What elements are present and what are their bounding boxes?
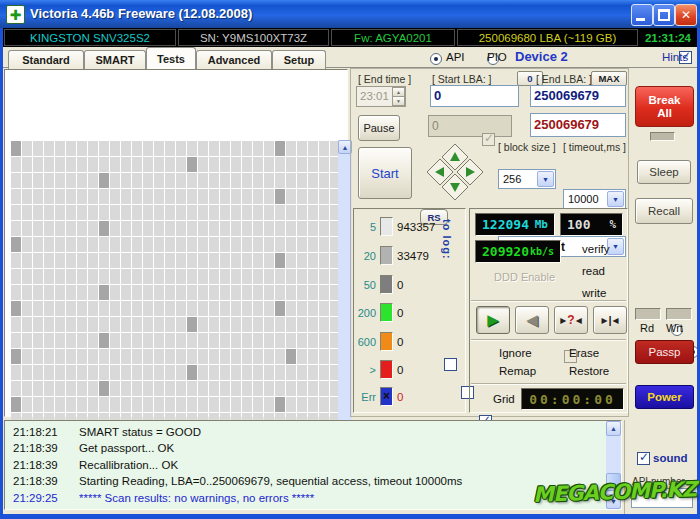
grid-cell: [11, 141, 21, 156]
tab-standard[interactable]: Standard: [8, 50, 84, 69]
chevron-down-icon[interactable]: ▼: [537, 171, 554, 187]
max-button[interactable]: MAX: [591, 71, 627, 86]
grid-cell: [55, 189, 65, 204]
grid-cell: [66, 189, 76, 204]
grid-cell: [66, 381, 76, 396]
drive-status-bar: KINGSTON SNV325S2 SN: Y9MS100XT73Z Fw: A…: [3, 28, 697, 47]
grid-cell: [132, 381, 142, 396]
grid-cell: [99, 253, 109, 268]
grid-cell: [242, 157, 252, 172]
timeout-select[interactable]: 10000 ▼: [563, 189, 626, 209]
grid-cell: [110, 221, 120, 236]
tab-advanced[interactable]: Advanced: [196, 50, 272, 69]
grid-cell: [110, 317, 120, 332]
start-lba-input[interactable]: 0: [430, 85, 519, 107]
verify-radio-label: verify: [582, 243, 609, 255]
grid-cell: [253, 381, 263, 396]
grid-cell: [77, 237, 87, 252]
grid-cell: [209, 269, 219, 284]
break-all-label: Break All: [645, 94, 685, 120]
grid-cell: [198, 333, 208, 348]
sound-checkbox[interactable]: [637, 452, 650, 465]
grid-cell: [275, 253, 285, 268]
log-panel[interactable]: 21:18:21SMART status = GOOD 21:18:39Get …: [4, 420, 622, 510]
grid-cell: [77, 333, 87, 348]
chevron-down-icon[interactable]: ▼: [607, 191, 624, 207]
tab-tests[interactable]: Tests: [146, 47, 196, 69]
stat-block: [380, 275, 393, 294]
grid-cell: [264, 157, 274, 172]
play-button[interactable]: ▶: [476, 306, 510, 334]
api-radio[interactable]: [430, 53, 442, 65]
close-button[interactable]: ✕: [675, 4, 697, 26]
grid-cell: [11, 269, 21, 284]
end-lba-input[interactable]: 250069679: [530, 85, 626, 107]
pause-button[interactable]: Pause: [358, 115, 400, 141]
grid-cell: [132, 205, 142, 220]
device-label[interactable]: Device 2: [515, 49, 568, 64]
back-button[interactable]: ◀: [515, 306, 549, 334]
grid-cell: [242, 349, 252, 364]
stat-count: 0: [397, 364, 403, 376]
grid-cell: [88, 285, 98, 300]
grid-cell: [121, 317, 131, 332]
grid-cell: [209, 317, 219, 332]
grid-cell: [242, 269, 252, 284]
scroll-up-icon[interactable]: ▲: [606, 421, 621, 436]
log-line: 21:29:25***** Scan results: no warnings,…: [5, 490, 621, 506]
grid-cell: [209, 157, 219, 172]
grid-cell: [319, 189, 329, 204]
seek-end-button[interactable]: ▸ | ◂: [593, 306, 627, 334]
passport-button[interactable]: Passp: [635, 340, 694, 364]
seek-error-button[interactable]: ▸ ? ◂: [554, 306, 588, 334]
remain-lba-value: 250069679: [534, 117, 599, 132]
stat-log-checkbox[interactable]: [444, 358, 457, 371]
grid-cell: [33, 349, 43, 364]
break-all-button[interactable]: Break All: [635, 86, 694, 127]
grid-cell: [33, 333, 43, 348]
diamond-navigator[interactable]: [424, 141, 486, 203]
grid-cell: [308, 205, 318, 220]
grid-cell: [165, 189, 175, 204]
end-time-spinner[interactable]: 23:01 ▲ ▼: [356, 86, 406, 107]
rd-indicator: [635, 308, 661, 320]
grid-cell: [209, 333, 219, 348]
maximize-button[interactable]: [653, 4, 675, 26]
log-text: ***** Scan results: no warnings, no erro…: [79, 490, 314, 506]
sleep-button[interactable]: Sleep: [637, 160, 691, 184]
grid-cell: [11, 157, 21, 172]
grid-cell: [22, 221, 32, 236]
loop-checkbox[interactable]: [482, 133, 495, 146]
start-button[interactable]: Start: [358, 147, 412, 199]
erase-radio-label: Erase: [569, 347, 599, 359]
grid-cell: [66, 173, 76, 188]
grid-cell: [99, 301, 109, 316]
grid-cell: [253, 397, 263, 412]
grid-cell: [231, 301, 241, 316]
grid-cell: [88, 221, 98, 236]
close-icon: ✕: [681, 8, 691, 22]
percent-value: 100: [567, 217, 590, 232]
victoria-window: ✚ Victoria 4.46b Freeware (12.08.2008) ✕…: [0, 0, 700, 519]
grid-cell: [253, 285, 263, 300]
tab-setup[interactable]: Setup: [272, 50, 326, 69]
grid-cell: [22, 205, 32, 220]
grid-cell: [264, 173, 274, 188]
grid-cell: [264, 269, 274, 284]
grid-cell: [77, 253, 87, 268]
minimize-button[interactable]: [631, 4, 653, 26]
grid-cell: [187, 141, 197, 156]
spinner-down-icon[interactable]: ▼: [392, 96, 405, 106]
power-button[interactable]: Power: [635, 385, 694, 409]
seek-left-icon: ◂: [613, 313, 619, 327]
grid-cell: [165, 285, 175, 300]
block-size-select[interactable]: 256 ▼: [498, 169, 556, 189]
tab-smart[interactable]: SMART: [84, 50, 146, 69]
grid-cell: [88, 173, 98, 188]
grid-cell: [154, 381, 164, 396]
grid-cell: [198, 365, 208, 380]
minimize-icon: [636, 18, 645, 21]
grid-cell: [308, 253, 318, 268]
grid-cell: [154, 173, 164, 188]
recall-button[interactable]: Recall: [635, 198, 693, 224]
